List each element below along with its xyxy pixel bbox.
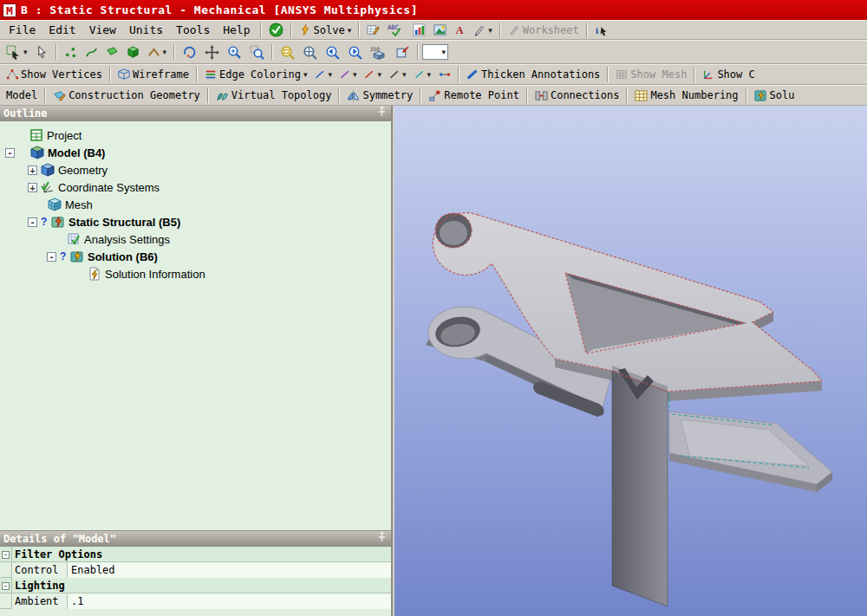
section-collapse-box[interactable]: - (2, 582, 10, 590)
virtual-topology-button[interactable]: Virtual Topology (212, 87, 336, 105)
collapse-toggle[interactable]: - (47, 252, 56, 262)
extend-selection-button[interactable]: ▾ (144, 43, 171, 62)
chart-button[interactable] (409, 21, 429, 39)
solve-status-button[interactable] (265, 21, 287, 39)
separator (607, 67, 609, 82)
new-chart-button[interactable] (363, 21, 383, 39)
separator (626, 88, 628, 103)
tree-item-mesh[interactable]: Mesh (0, 196, 391, 213)
rotate-button[interactable] (179, 43, 200, 62)
section-plane-button[interactable]: ▾ (470, 21, 496, 39)
viewport-layout-select[interactable]: ▾ (422, 44, 448, 60)
magnifier-window-icon (303, 45, 317, 60)
details-section-filter-options[interactable]: - Filter Options (0, 547, 391, 562)
menu-units[interactable]: Units (123, 22, 169, 38)
context-toolbar: Model Construction Geometry Virtual Topo… (0, 85, 867, 106)
tree-item-static-structural[interactable]: - ? Static Structural (B5) (0, 213, 391, 230)
collapse-toggle[interactable]: - (5, 148, 15, 158)
analysis-settings-icon (67, 232, 81, 246)
expand-toggle[interactable]: + (28, 183, 37, 192)
menu-edit[interactable]: Edit (42, 22, 81, 38)
annotation-button[interactable]: A (451, 21, 469, 39)
select-mode-button[interactable]: ▾ (3, 43, 31, 62)
edge-coloring-button[interactable]: Edge Coloring ▾ (201, 66, 310, 84)
previous-view-button[interactable] (322, 43, 343, 62)
thicken-annotations-button[interactable]: Thicken Annotations (463, 66, 603, 84)
virtual-topology-icon (216, 89, 229, 102)
magnifier-window-button[interactable] (299, 43, 321, 62)
edge-option-purple-button[interactable]: ▾ (336, 66, 361, 84)
expand-toggle[interactable]: + (28, 165, 37, 175)
wireframe-button[interactable]: Wireframe (114, 66, 192, 84)
tree-item-analysis-settings[interactable]: Analysis Settings (0, 230, 391, 248)
edge-option-blue-icon (315, 68, 325, 81)
pan-button[interactable] (201, 43, 223, 62)
tree-item-solution-information[interactable]: Solution Information (0, 265, 391, 282)
separator (420, 88, 421, 103)
menu-tools[interactable]: Tools (170, 22, 216, 38)
fit-view-button[interactable] (277, 43, 298, 62)
edge-coloring-icon (205, 68, 217, 81)
menu-view[interactable]: View (83, 22, 122, 38)
undefined-state-marker: ? (60, 250, 67, 263)
show-mesh-button[interactable]: Show Mesh (612, 66, 690, 84)
iso-view-button[interactable]: ISO (367, 43, 391, 62)
field-value[interactable]: Enabled (68, 562, 391, 578)
edge-filter-icon (85, 46, 98, 59)
cursor-button[interactable] (32, 43, 52, 62)
box-zoom-button[interactable] (246, 43, 268, 62)
pin-button[interactable] (378, 106, 386, 121)
edge-joints-button[interactable] (435, 66, 454, 84)
menu-help[interactable]: Help (217, 22, 256, 38)
remote-point-button[interactable]: Remote Point (425, 87, 523, 105)
connections-button[interactable]: Connections (531, 87, 623, 105)
show-vertices-button[interactable]: Show Vertices (3, 66, 106, 84)
solution-context-button[interactable]: Solu (751, 87, 799, 105)
tree-item-geometry[interactable]: + Geometry (0, 161, 391, 178)
show-coordinate-button[interactable]: Show C (699, 66, 758, 84)
edge-option-cyan-button[interactable]: ▾ (411, 66, 435, 84)
worksheet-pen-icon (508, 23, 520, 36)
tree-item-model[interactable]: - Model (B4) (0, 144, 391, 161)
zoom-button[interactable] (224, 43, 245, 62)
vertex-filter-button[interactable] (61, 43, 81, 62)
collapse-toggle[interactable]: - (28, 217, 37, 227)
image-button[interactable] (430, 21, 450, 39)
next-view-button[interactable] (344, 43, 366, 62)
undefined-state-marker: ? (41, 216, 48, 228)
symmetry-button[interactable]: Symmetry (343, 87, 416, 105)
edge-option-blue-button[interactable]: ▾ (311, 66, 336, 84)
edge-filter-button[interactable] (81, 43, 101, 62)
viewport-3d[interactable] (394, 106, 867, 616)
face-filter-icon (106, 46, 119, 59)
vertex-filter-icon (64, 46, 77, 59)
section-collapse-box[interactable]: - (2, 551, 10, 559)
comment-button[interactable]: ABC (384, 21, 408, 39)
menu-file[interactable]: File (3, 22, 42, 38)
worksheet-button[interactable]: Worksheet (505, 21, 583, 39)
edge-coloring-caret[interactable]: ▾ (303, 70, 308, 79)
separator (196, 67, 198, 82)
selection-toolbar: ▾ ▾ (0, 40, 867, 64)
details-section-lighting[interactable]: - Lighting (0, 578, 391, 593)
pin-button[interactable] (378, 531, 386, 547)
field-value[interactable]: .1 (68, 593, 391, 609)
tree-item-coordinate-systems[interactable]: + Coordinate Systems (0, 178, 391, 196)
solve-dropdown-caret[interactable]: ▾ (348, 26, 352, 35)
quick-help-button[interactable]: i (591, 21, 611, 39)
tree-item-solution[interactable]: - ? Solution (B6) (0, 248, 391, 265)
construction-geometry-button[interactable]: Construction Geometry (49, 87, 204, 105)
edge-option-black-button[interactable]: ▾ (386, 66, 410, 84)
title-bar: M B : Static Structural - Mechanical [AN… (0, 0, 867, 20)
edge-option-red-button[interactable]: ▾ (361, 66, 385, 84)
look-at-button[interactable] (392, 43, 414, 62)
body-filter-button[interactable] (123, 43, 143, 62)
tree-item-project[interactable]: Project (0, 126, 391, 144)
select-mode-caret[interactable]: ▾ (23, 48, 28, 56)
extend-selection-icon (147, 46, 160, 59)
extend-selection-caret[interactable]: ▾ (163, 48, 167, 56)
solve-button[interactable]: Solve ▾ (296, 21, 355, 39)
mesh-numbering-button[interactable]: Mesh Numbering (631, 87, 741, 105)
face-filter-button[interactable] (102, 43, 122, 62)
pen-dropdown-caret[interactable]: ▾ (488, 26, 492, 35)
